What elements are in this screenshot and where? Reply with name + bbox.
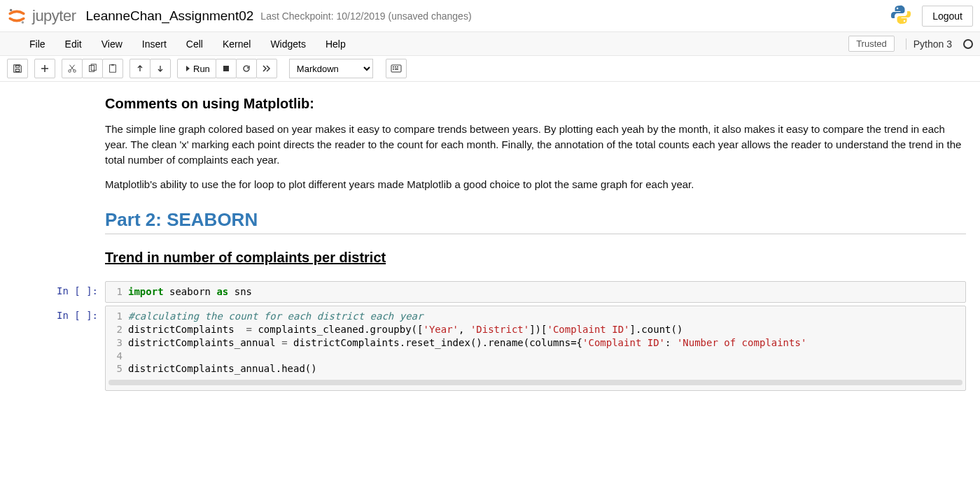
notebook-header: jupyter LeanneChan_Assignment02 Last Che… [0,0,980,32]
cell-inner: 1 #calculating the count for each distri… [105,306,966,391]
code-input[interactable]: 1 import seaborn as sns [105,281,966,303]
code-cell[interactable]: In [ ]: 1 import seaborn as sns [14,281,966,303]
svg-rect-8 [110,65,116,73]
cell-inner: 1 import seaborn as sns [105,281,966,303]
md-paragraph: The simple line graph colored based on y… [105,122,966,167]
restart-button[interactable] [236,59,257,78]
horizontal-scrollbar[interactable] [108,380,962,385]
checkpoint-status: Last Checkpoint: 10/12/2019 (unsaved cha… [260,10,471,22]
menu-insert[interactable]: Insert [132,33,176,55]
line-number: 2 [106,323,128,336]
restart-run-button[interactable] [256,59,277,78]
trusted-button[interactable]: Trusted [848,36,895,52]
jupyter-logo-group[interactable]: jupyter [7,6,76,26]
line-number: 5 [106,362,128,376]
svg-point-2 [897,8,899,10]
svg-point-3 [904,20,906,22]
svg-rect-10 [223,66,229,71]
python-logo-icon [890,3,912,28]
line-number: 1 [106,310,128,323]
menu-help[interactable]: Help [316,33,356,55]
run-label: Run [193,64,210,74]
md-heading-2: Part 2: SEABORN [105,209,966,231]
svg-rect-15 [393,69,394,70]
paste-button[interactable] [102,59,123,78]
svg-rect-16 [395,69,398,70]
md-paragraph: Matplotlib's ability to use the for loop… [105,177,966,192]
jupyter-logo-text: jupyter [32,7,76,25]
code-line: import seaborn as sns [128,285,965,299]
menu-widgets[interactable]: Widgets [260,33,316,55]
kernel-indicator-icon[interactable] [963,39,973,49]
run-icon [183,65,190,72]
md-heading-3: Trend in number of complaints per distri… [105,250,966,266]
menu-cell[interactable]: Cell [176,33,213,55]
move-down-button[interactable] [150,59,171,78]
menu-kernel[interactable]: Kernel [213,33,260,55]
logout-button[interactable]: Logout [922,6,973,27]
kernel-right: Trusted Python 3 [848,36,973,52]
run-button[interactable]: Run [177,59,216,78]
toolbar: Run Markdown [0,56,980,82]
line-number: 3 [106,336,128,350]
svg-point-0 [10,8,13,11]
notebook-container: Comments on using Matplotlib: The simple… [0,82,980,402]
code-cell[interactable]: In [ ]: 1 #calculating the count for eac… [14,306,966,391]
code-input[interactable]: 1 #calculating the count for each distri… [105,306,966,391]
line-number: 4 [106,350,128,363]
svg-rect-9 [111,64,114,66]
prompt-in: In [ ]: [14,281,105,303]
code-line [128,350,965,363]
prompt-in: In [ ]: [14,306,105,391]
svg-rect-13 [395,66,396,68]
kernel-name[interactable]: Python 3 [906,38,952,50]
move-up-button[interactable] [130,59,150,78]
copy-button[interactable] [82,59,103,78]
code-line: #calculating the count for each district… [128,310,965,323]
menu-view[interactable]: View [92,33,132,55]
jupyter-icon [7,6,27,26]
command-palette-button[interactable] [386,59,407,78]
notebook-name[interactable]: LeanneChan_Assignment02 [86,8,254,24]
line-number: 1 [106,285,128,299]
code-line: districtComplaints = complaints_cleaned.… [128,323,965,336]
md-heading: Comments on using Matplotlib: [105,96,966,112]
prompt-empty [14,90,105,278]
code-line: districtComplaints_annual = districtComp… [128,336,965,350]
celltype-select[interactable]: Markdown [289,59,373,78]
menu-file[interactable]: File [20,33,55,55]
markdown-rendered: Comments on using Matplotlib: The simple… [105,90,966,278]
svg-point-1 [22,21,24,23]
code-line: districtComplaints_annual.head() [128,362,965,376]
svg-rect-14 [397,66,398,68]
menu-items: File Edit View Insert Cell Kernel Widget… [20,33,356,55]
markdown-cell[interactable]: Comments on using Matplotlib: The simple… [14,90,966,278]
menubar: File Edit View Insert Cell Kernel Widget… [0,32,980,56]
menu-edit[interactable]: Edit [55,33,92,55]
cut-button[interactable] [62,59,83,78]
insert-cell-button[interactable] [34,59,55,78]
interrupt-button[interactable] [216,59,237,78]
save-button[interactable] [7,59,28,78]
md-divider [105,234,966,234]
svg-rect-12 [393,66,394,68]
